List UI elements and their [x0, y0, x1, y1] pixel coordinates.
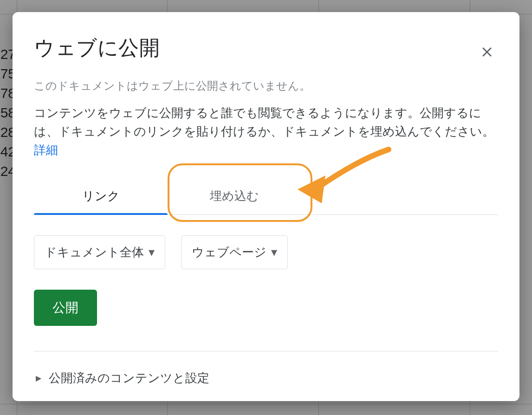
learn-more-link[interactable]: 詳細: [34, 143, 58, 157]
publish-to-web-dialog: ウェブに公開 このドキュメントはウェブ上に公開されていません。 コンテンツをウェ…: [13, 12, 519, 401]
description-text: コンテンツをウェブに公開すると誰でも閲覧できるようになります。公開するには、ドキ…: [34, 106, 494, 138]
publish-status-text: このドキュメントはウェブ上に公開されていません。: [34, 78, 498, 93]
tab-link[interactable]: リンク: [34, 179, 168, 214]
dialog-title: ウェブに公開: [34, 34, 498, 62]
tab-embed[interactable]: 埋め込む: [168, 179, 301, 214]
tab-bar: リンク 埋め込む: [34, 179, 498, 215]
triangle-right-icon: ▶: [36, 374, 41, 383]
scope-select[interactable]: ドキュメント全体 ▾: [34, 235, 165, 269]
caret-down-icon: ▾: [271, 245, 277, 259]
section-divider: [34, 351, 498, 351]
caret-down-icon: ▾: [149, 245, 155, 259]
dialog-description: コンテンツをウェブに公開すると誰でも閲覧できるようになります。公開するには、ドキ…: [34, 104, 498, 159]
scope-select-label: ドキュメント全体: [45, 244, 144, 260]
format-select[interactable]: ウェブページ ▾: [181, 235, 288, 269]
expander-label: 公開済みのコンテンツと設定: [49, 370, 209, 386]
format-select-label: ウェブページ: [192, 244, 266, 260]
published-content-expander[interactable]: ▶ 公開済みのコンテンツと設定: [34, 370, 498, 386]
publish-button[interactable]: 公開: [34, 290, 97, 326]
